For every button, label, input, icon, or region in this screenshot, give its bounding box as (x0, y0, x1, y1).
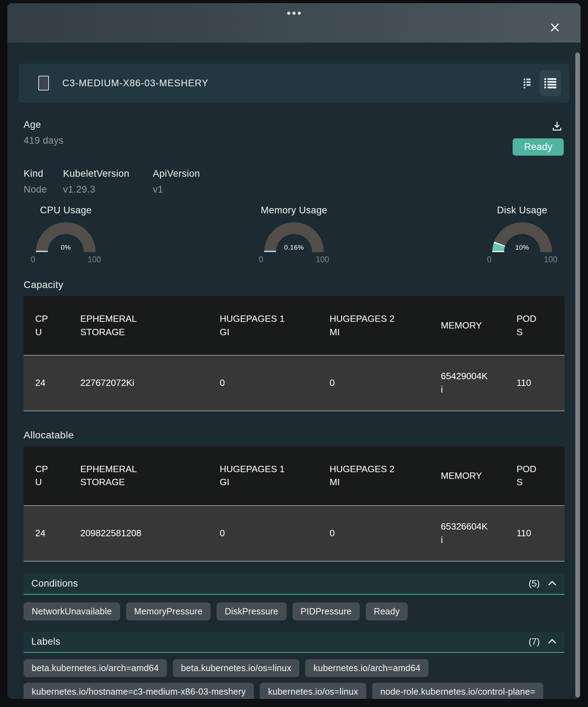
capacity-cell: 227672072Ki (69, 355, 208, 411)
disk-usage-gauge: Disk Usage 10% 0100 (480, 205, 564, 264)
gauge-min-label: 0 (31, 255, 35, 264)
allocatable-column-header: HUGEPAGES 1 GI (208, 446, 318, 506)
capacity-column-header: HUGEPAGES 1 GI (208, 296, 318, 355)
allocatable-column-header: CPU (24, 446, 69, 506)
node-title: C3-MEDIUM-X86-03-MESHERY (62, 78, 208, 89)
allocatable-table: CPUEPHEMERAL STORAGEHUGEPAGES 1 GIHUGEPA… (24, 446, 564, 562)
capacity-column-header: PODS (505, 296, 564, 355)
allocatable-cell: 24 (24, 506, 69, 561)
memory-usage-title: Memory Usage (261, 205, 327, 216)
kubelet-version-label: KubeletVersion (63, 168, 153, 179)
condition-chip[interactable]: NetworkUnavailable (24, 602, 120, 620)
status-badge: Ready (513, 138, 564, 156)
label-chip[interactable]: node-role.kubernetes.io/control-plane= (372, 683, 543, 699)
labels-count: (7) (528, 636, 540, 647)
allocatable-column-header: HUGEPAGES 2 MI (318, 446, 429, 506)
node-details-modal: C3-MEDIUM-X86-03-MESHERY (7, 3, 581, 699)
age-label: Age (24, 119, 64, 130)
drag-handle-icon[interactable] (287, 12, 301, 15)
conditions-accordion-header[interactable]: Conditions (5) (24, 574, 564, 595)
allocatable-column-header: EPHEMERAL STORAGE (69, 446, 208, 506)
api-version-label: ApiVersion (153, 168, 200, 179)
gauge-min-label: 0 (487, 255, 492, 264)
capacity-cell: 0 (318, 355, 429, 411)
allocatable-cell: 65326604Ki (429, 506, 505, 561)
kubelet-version-value: v1.29.3 (63, 184, 153, 195)
label-chip[interactable]: beta.kubernetes.io/arch=amd64 (24, 659, 167, 677)
capacity-cell: 24 (24, 355, 69, 411)
allocatable-cell: 0 (318, 506, 429, 561)
usage-gauges: CPU Usage 0% 0100 Memory Usage 0.16% 010… (24, 205, 564, 264)
conditions-chips: NetworkUnavailableMemoryPressureDiskPres… (24, 602, 564, 620)
download-icon[interactable] (550, 119, 564, 133)
condition-chip[interactable]: DiskPressure (217, 602, 286, 620)
gauge-min-label: 0 (259, 255, 263, 264)
allocatable-title: Allocatable (24, 430, 564, 441)
chevron-up-icon[interactable] (548, 639, 556, 647)
modal-header-bar (7, 3, 581, 43)
capacity-cell: 0 (208, 355, 318, 411)
cpu-usage-title: CPU Usage (40, 205, 92, 216)
condition-chip[interactable]: PIDPressure (293, 602, 360, 620)
scrollbar[interactable] (575, 52, 580, 697)
label-chip[interactable]: beta.kubernetes.io/os=linux (173, 659, 299, 677)
age-value: 419 days (24, 135, 64, 146)
kind-label: Kind (24, 168, 63, 179)
kind-row: Kind Node KubeletVersion v1.29.3 ApiVers… (24, 168, 564, 195)
capacity-cell: 110 (505, 355, 564, 411)
allocatable-cell: 0 (208, 506, 318, 561)
label-chip[interactable]: kubernetes.io/os=linux (260, 683, 366, 699)
node-header-card: C3-MEDIUM-X86-03-MESHERY (19, 64, 569, 102)
allocatable-column-header: MEMORY (429, 446, 505, 506)
table-row: 242098225812080065326604Ki110 (24, 506, 564, 561)
cpu-usage-gauge: CPU Usage 0% 0100 (24, 205, 108, 264)
age-row: Age 419 days Ready (24, 119, 564, 156)
conditions-title: Conditions (31, 578, 78, 589)
allocatable-cell: 209822581208 (69, 506, 208, 561)
capacity-table: CPUEPHEMERAL STORAGEHUGEPAGES 1 GIHUGEPA… (24, 296, 564, 411)
condition-chip[interactable]: MemoryPressure (126, 602, 211, 620)
labels-title: Labels (31, 636, 61, 647)
conditions-count: (5) (528, 578, 540, 589)
disk-usage-title: Disk Usage (497, 205, 547, 216)
labels-accordion-header[interactable]: Labels (7) (24, 632, 564, 653)
compact-view-icon[interactable] (523, 78, 532, 88)
allocatable-column-header: PODS (505, 446, 564, 506)
allocatable-cell: 110 (505, 506, 564, 561)
labels-chips: beta.kubernetes.io/arch=amd64beta.kubern… (24, 659, 564, 699)
close-icon[interactable] (548, 20, 562, 35)
node-checkbox[interactable] (38, 76, 49, 90)
memory-usage-value: 0.16% (284, 244, 304, 251)
capacity-column-header: EPHEMERAL STORAGE (69, 296, 208, 355)
list-view-icon[interactable] (540, 70, 561, 96)
memory-usage-gauge: Memory Usage 0.16% 0100 (252, 205, 336, 264)
capacity-column-header: CPU (24, 296, 69, 355)
chevron-up-icon[interactable] (548, 581, 556, 589)
condition-chip[interactable]: Ready (366, 602, 408, 620)
label-chip[interactable]: kubernetes.io/arch=amd64 (305, 659, 429, 677)
disk-usage-value: 10% (515, 244, 529, 251)
capacity-cell: 65429004Ki (429, 355, 505, 411)
kind-value: Node (24, 184, 63, 195)
table-row: 24227672072Ki0065429004Ki110 (24, 355, 564, 411)
api-version-value: v1 (153, 184, 200, 195)
label-chip[interactable]: kubernetes.io/hostname=c3-medium-x86-03-… (24, 683, 254, 699)
cpu-usage-value: 0% (61, 244, 71, 251)
capacity-column-header: HUGEPAGES 2 MI (318, 296, 429, 355)
capacity-column-header: MEMORY (429, 296, 505, 355)
modal-body: C3-MEDIUM-X86-03-MESHERY (7, 64, 581, 699)
